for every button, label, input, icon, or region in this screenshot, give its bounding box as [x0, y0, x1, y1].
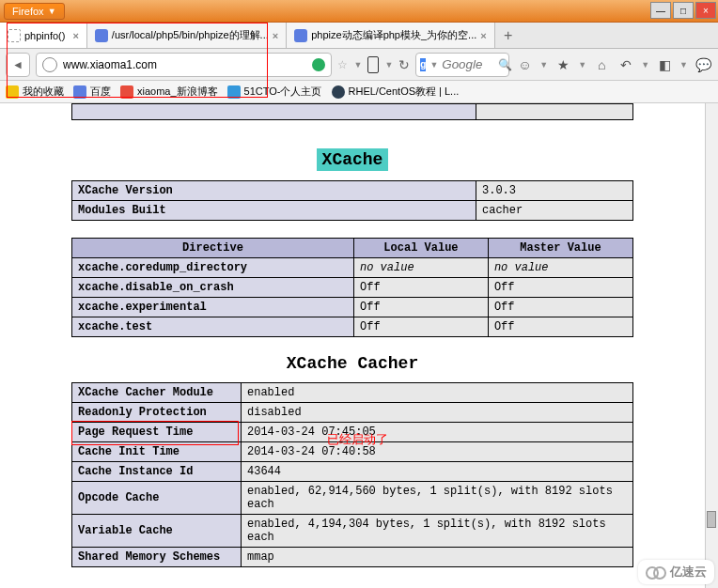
tab-close-icon[interactable]: × — [480, 30, 486, 41]
folder-icon — [6, 85, 19, 99]
cell-local: Off — [354, 278, 489, 298]
cell-directive: xcache.test — [72, 317, 354, 337]
cell-key: Modules Built — [72, 201, 476, 221]
tab-phpize-module[interactable]: phpize动态编译php模块_为你的空... × — [287, 23, 495, 48]
section-xcache-cacher-heading: XCache Cacher — [71, 354, 633, 373]
watermark-text: 亿速云 — [670, 564, 707, 580]
bookmark-toolbar-icon[interactable]: ★ — [554, 55, 572, 74]
browser-menubar: Firefox ▼ — □ × — [0, 0, 718, 23]
51cto-icon — [227, 85, 241, 99]
cell-value: 43644 — [242, 462, 633, 482]
cell-master: Off — [488, 278, 632, 298]
bookmark-rhel[interactable]: RHEL/CentOS教程 | L... — [332, 85, 460, 99]
window-controls: — □ × — [650, 2, 716, 19]
cell-local: no value — [354, 258, 489, 278]
firefox-label: Firefox — [12, 6, 44, 17]
bookmarks-bar: 我的收藏 百度 xiaoma_新浪博客 51CTO-个人主页 RHEL/Cent… — [0, 81, 718, 103]
cell-master: no value — [488, 258, 632, 278]
firefox-menu-button[interactable]: Firefox ▼ — [4, 3, 65, 20]
baidu-favicon-icon — [95, 29, 108, 42]
url-bar[interactable] — [36, 53, 332, 77]
undo-icon[interactable]: ↶ — [617, 55, 635, 74]
bookmark-label: RHEL/CentOS教程 | L... — [349, 85, 460, 99]
cell-value: disabled — [242, 403, 633, 423]
watermark-logo-icon — [646, 565, 666, 580]
cell-key: Variable Cache — [72, 515, 242, 548]
cell-key: Opcode Cache — [72, 482, 242, 515]
bookmark-baidu[interactable]: 百度 — [73, 85, 111, 99]
cell-value: enabled — [242, 383, 633, 403]
cell-master: Off — [488, 298, 632, 317]
globe-icon — [42, 57, 57, 72]
new-tab-button[interactable]: + — [495, 23, 522, 48]
cell-directive: xcache.coredump_directory — [72, 258, 354, 278]
tab-strip: phpinfo() × /usr/local/php5/bin/phpize的理… — [0, 23, 718, 49]
scrollbar[interactable] — [705, 103, 718, 588]
security-icon — [312, 58, 325, 71]
baidu-favicon-icon — [294, 29, 307, 42]
chevron-down-icon: ▼ — [48, 7, 56, 16]
back-button[interactable]: ◄ — [6, 53, 30, 77]
tab-close-icon[interactable]: × — [273, 30, 278, 41]
section-xcache-heading: XCache — [71, 148, 633, 171]
history-dropdown-icon[interactable]: ▼ — [353, 60, 362, 70]
col-directive: Directive — [72, 239, 354, 258]
maximize-button[interactable]: □ — [673, 2, 694, 19]
xcache-cacher-table: XCache Cacher Moduleenabled Readonly Pro… — [71, 382, 633, 567]
cell-key: Page Request Time — [72, 423, 242, 442]
bookmark-label: xiaoma_新浪博客 — [137, 85, 218, 99]
cell-directive: xcache.disable_on_crash — [72, 278, 354, 298]
bookmark-label: 我的收藏 — [23, 85, 64, 99]
cell-directive: xcache.experimental — [72, 298, 354, 317]
cell-key: Cache Instance Id — [72, 462, 242, 482]
bookmark-51cto[interactable]: 51CTO-个人主页 — [227, 85, 322, 99]
chat-icon[interactable]: 💬 — [694, 55, 712, 74]
dropdown-icon[interactable]: ▼ — [539, 60, 548, 70]
tab-title: phpinfo() — [24, 30, 65, 41]
face-icon[interactable]: ☺ — [515, 55, 534, 74]
minimize-button[interactable]: — — [650, 2, 671, 19]
rhel-icon — [332, 85, 345, 99]
dropdown-icon[interactable]: ▼ — [384, 60, 393, 70]
home-button[interactable]: ⌂ — [592, 55, 611, 74]
address-toolbar: ◄ ☆ ▼ ▼ ↻ g ▼ 🔍 ☺ ▼ ★ ▼ ⌂ ↶ ▼ ◧ ▼ 💬 — [0, 49, 718, 81]
google-icon: g — [420, 58, 426, 71]
cell-value: mmap — [242, 548, 633, 567]
bookmark-label: 百度 — [90, 85, 111, 99]
sina-icon — [120, 85, 133, 99]
tab-phpinfo[interactable]: phpinfo() × — [0, 23, 87, 48]
cell-key: Readonly Protection — [72, 403, 242, 423]
cell-local: Off — [354, 298, 489, 317]
tab-close-icon[interactable]: × — [72, 30, 78, 41]
bookmark-star-icon[interactable]: ☆ — [337, 58, 348, 71]
bookmark-favorites[interactable]: 我的收藏 — [6, 85, 64, 99]
cell-master: Off — [488, 317, 632, 337]
search-engine-dropdown-icon[interactable]: ▼ — [429, 60, 438, 70]
cell-key: XCache Version — [72, 181, 476, 201]
search-input[interactable] — [442, 57, 494, 71]
bookmark-label: 51CTO-个人主页 — [244, 85, 322, 99]
cell-key: Shared Memory Schemes — [72, 548, 242, 567]
url-input[interactable] — [63, 58, 306, 71]
dropdown-icon[interactable]: ▼ — [641, 60, 649, 70]
pocket-icon[interactable]: ◧ — [655, 55, 674, 74]
cell-value: 3.0.3 — [476, 181, 633, 201]
bookmark-xiaoma[interactable]: xiaoma_新浪博客 — [120, 85, 218, 99]
reload-button[interactable]: ↻ — [398, 57, 410, 72]
close-button[interactable]: × — [695, 2, 716, 19]
search-magnifier-icon[interactable]: 🔍 — [498, 58, 512, 71]
col-master: Master Value — [488, 239, 632, 258]
tab-phpize-doc[interactable]: /usr/local/php5/bin/phpize的理解... × — [87, 23, 287, 48]
search-box[interactable]: g ▼ 🔍 — [415, 53, 509, 77]
dropdown-icon[interactable]: ▼ — [578, 60, 586, 70]
cell-local: Off — [354, 317, 489, 337]
cell-value: 2014-03-24 07:40:58 — [242, 442, 633, 462]
scrollbar-thumb[interactable] — [707, 511, 716, 528]
cell-key: XCache Cacher Module — [72, 383, 242, 403]
cell-value: enabled, 62,914,560 bytes, 1 split(s), w… — [242, 482, 633, 515]
cell-value: 2014-03-24 07:45:05 — [242, 423, 633, 442]
cell-key: Cache Init Time — [72, 442, 242, 462]
mobile-icon[interactable] — [367, 56, 379, 73]
tab-title: phpize动态编译php模块_为你的空... — [311, 28, 476, 42]
dropdown-icon[interactable]: ▼ — [679, 60, 688, 70]
